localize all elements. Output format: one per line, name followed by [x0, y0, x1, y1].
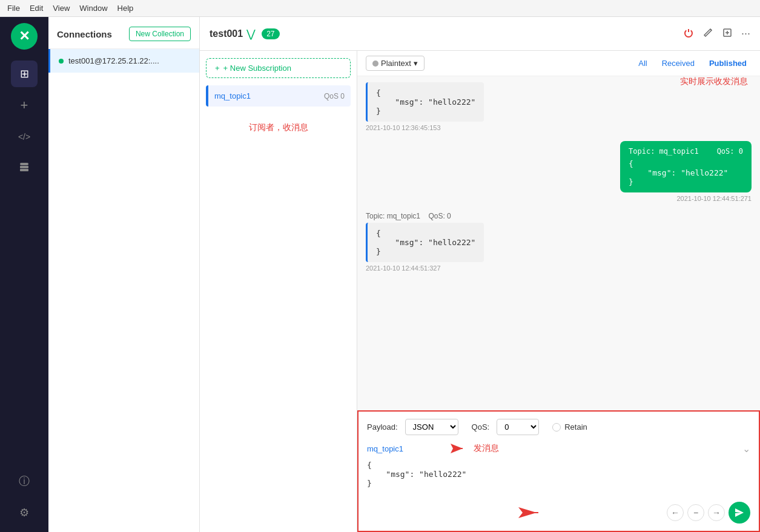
- retain-label: Retain: [564, 422, 587, 432]
- connection-status-dot: [59, 59, 64, 64]
- sidebar-item-connections[interactable]: ⊞: [11, 61, 38, 87]
- retain-row: Retain: [552, 422, 587, 432]
- plaintext-label: Plaintext: [381, 59, 411, 68]
- add-tab-icon[interactable]: [722, 27, 733, 41]
- expand-icon[interactable]: ⌄: [742, 443, 750, 455]
- topic-input[interactable]: [367, 444, 440, 453]
- sidebar-item-settings[interactable]: ⚙: [11, 499, 38, 526]
- input-actions: ← − →: [667, 502, 750, 524]
- qos-badge: QoS 0: [324, 92, 345, 100]
- received-time-1: 2021-10-10 12:36:45:153: [366, 124, 484, 131]
- edit-icon[interactable]: [702, 27, 713, 41]
- menu-edit[interactable]: Edit: [30, 4, 43, 13]
- retain-checkbox[interactable]: [552, 423, 561, 432]
- connections-icon: ⊞: [20, 67, 29, 80]
- chevron-down-icon: ▾: [414, 59, 418, 68]
- sent-topic: Topic: mq_topic1: [629, 147, 699, 156]
- payload-label: Payload:: [367, 422, 398, 432]
- svg-rect-1: [20, 166, 28, 168]
- qos-label: QoS:: [472, 422, 490, 432]
- send-annotation: 发消息: [474, 443, 499, 454]
- top-bar: test001 ⋁ 27 ···: [200, 17, 760, 51]
- minus-button[interactable]: −: [687, 504, 704, 521]
- new-subscription-label: + New Subscription: [223, 64, 291, 73]
- forward-button[interactable]: →: [708, 504, 725, 521]
- menu-window[interactable]: Window: [79, 4, 107, 13]
- new-subscription-button[interactable]: + + New Subscription: [206, 58, 351, 78]
- sidebar-item-info[interactable]: ⓘ: [11, 468, 38, 494]
- logo-icon: ✕: [19, 28, 30, 44]
- info-icon: ⓘ: [19, 474, 30, 488]
- sidebar-item-database[interactable]: [11, 155, 38, 182]
- send-button[interactable]: [729, 502, 750, 524]
- code-icon: </>: [18, 132, 30, 142]
- svg-rect-0: [20, 163, 28, 165]
- message-code-input[interactable]: { "msg": "hello222" }: [367, 461, 750, 497]
- icon-sidebar: ✕ ⊞ + </> ⓘ ⚙: [0, 17, 48, 532]
- sent-qos: QoS: 0: [717, 147, 743, 156]
- database-icon: [18, 161, 30, 176]
- main-area: test001 ⋁ 27 ··· +: [200, 17, 760, 532]
- payload-select[interactable]: JSON Plaintext Base64 Hex: [405, 419, 458, 435]
- sent-message-1: Topic: mq_topic1 QoS: 0 { "msg": "hello2…: [620, 141, 752, 202]
- received-qos-2: QoS: 0: [428, 212, 451, 220]
- filter-published-button[interactable]: Published: [704, 56, 752, 70]
- connection-name: test001@172.25.21.22:....: [68, 56, 159, 65]
- received-message-1: { "msg": "hello222" } 2021-10-10 12:36:4…: [366, 82, 484, 131]
- settings-icon: ⚙: [19, 506, 29, 519]
- input-row1: Payload: JSON Plaintext Base64 Hex QoS: …: [367, 419, 750, 435]
- received-time-2: 2021-10-10 12:44:51:327: [366, 264, 484, 272]
- app-body: ✕ ⊞ + </> ⓘ ⚙ Connections New Collection: [0, 17, 760, 532]
- back-button[interactable]: ←: [667, 504, 684, 521]
- logo[interactable]: ✕: [11, 23, 38, 50]
- connections-title: Connections: [57, 29, 112, 39]
- received-bubble-1: { "msg": "hello222" }: [366, 82, 484, 122]
- message-area: Plaintext ▾ All Received Published 实时展示收…: [357, 51, 760, 532]
- subscriptions-panel: + + New Subscription mq_topic1 QoS 0 订阅者…: [200, 51, 357, 532]
- new-collection-button[interactable]: New Collection: [129, 27, 191, 41]
- input-row2: 发消息 ⌄: [367, 441, 750, 456]
- messages-list: 实时展示收发消息 { "msg": "hello222" } 2021-10-1…: [357, 76, 760, 410]
- content-split: + + New Subscription mq_topic1 QoS 0 订阅者…: [200, 51, 760, 532]
- sidebar-item-code[interactable]: </>: [11, 123, 38, 150]
- plaintext-button[interactable]: Plaintext ▾: [366, 56, 425, 71]
- chevron-down-icon[interactable]: ⋁: [246, 27, 256, 41]
- sidebar-item-add[interactable]: +: [11, 92, 38, 119]
- subscriber-annotation: 订阅者，收消息: [206, 122, 351, 133]
- svg-rect-2: [20, 169, 28, 171]
- connections-panel: Connections New Collection test001@172.2…: [48, 17, 200, 532]
- red-arrow-icon: [444, 441, 469, 456]
- more-options-icon[interactable]: ···: [741, 27, 750, 40]
- sent-bubble-1: Topic: mq_topic1 QoS: 0 { "msg": "hello2…: [620, 141, 752, 192]
- received-message-2: Topic: mq_topic1 QoS: 0 { "msg": "hello2…: [366, 212, 484, 272]
- filter-received-button[interactable]: Received: [657, 56, 699, 70]
- received-topic-2: Topic: mq_topic1: [366, 212, 420, 220]
- menu-help[interactable]: Help: [117, 4, 134, 13]
- received-header-2: Topic: mq_topic1 QoS: 0: [366, 212, 484, 220]
- sent-time-1: 2021-10-10 12:44:51:271: [620, 195, 752, 202]
- subscription-item[interactable]: mq_topic1 QoS 0: [206, 85, 351, 107]
- power-icon[interactable]: [683, 27, 694, 41]
- top-bar-icons: ···: [683, 27, 750, 41]
- menu-view[interactable]: View: [53, 4, 70, 13]
- qos-select[interactable]: 0 1 2: [497, 419, 539, 435]
- red-arrow-2-icon: [515, 504, 546, 521]
- menu-file[interactable]: File: [7, 4, 20, 13]
- message-toolbar: Plaintext ▾ All Received Published: [357, 51, 760, 76]
- add-icon: +: [21, 97, 28, 113]
- connections-header: Connections New Collection: [48, 17, 199, 49]
- message-count-badge: 27: [262, 28, 279, 39]
- sent-header: Topic: mq_topic1 QoS: 0: [629, 147, 743, 156]
- filter-all-button[interactable]: All: [633, 56, 652, 70]
- plus-icon: +: [215, 64, 220, 73]
- menu-bar: File Edit View Window Help: [0, 0, 760, 17]
- received-bubble-2: { "msg": "hello222" }: [366, 223, 484, 262]
- connection-item[interactable]: test001@172.25.21.22:....: [48, 49, 199, 73]
- realtime-annotation: 实时展示收发消息: [680, 76, 748, 87]
- circle-icon: [372, 61, 378, 67]
- connection-title: test001: [210, 28, 243, 39]
- topic-name: mq_topic1: [214, 91, 251, 100]
- message-input-area: Payload: JSON Plaintext Base64 Hex QoS: …: [357, 410, 760, 532]
